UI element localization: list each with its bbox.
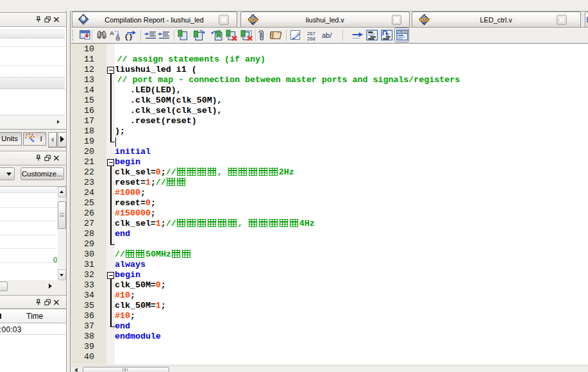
svg-text:268: 268 (307, 36, 315, 41)
svg-text:{}: {} (124, 33, 133, 41)
svg-text:ab/: ab/ (322, 31, 332, 39)
svg-text:A: A (110, 30, 114, 37)
